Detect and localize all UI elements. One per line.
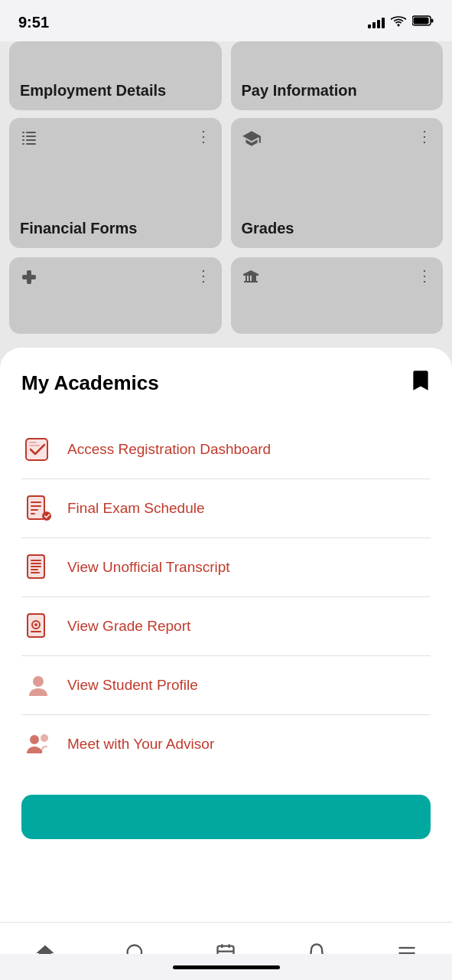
grade-doc-icon	[21, 609, 55, 643]
svg-rect-20	[31, 505, 41, 507]
svg-rect-1	[414, 18, 429, 24]
svg-rect-5	[22, 136, 24, 137]
svg-rect-8	[26, 139, 36, 141]
status-time: 9:51	[18, 14, 49, 31]
svg-point-38	[41, 734, 48, 742]
svg-rect-29	[31, 569, 38, 570]
svg-rect-4	[26, 132, 36, 133]
card-financial-forms-header: ⋮	[20, 129, 211, 152]
svg-point-23	[42, 511, 51, 521]
exam-doc-icon	[21, 492, 55, 525]
svg-rect-7	[22, 139, 24, 141]
menu-item-view-student-profile[interactable]: View Student Profile	[21, 656, 431, 715]
menu-item-final-exam-schedule[interactable]: Final Exam Schedule	[21, 479, 431, 538]
checkbox-check-icon	[21, 433, 55, 466]
status-icons	[368, 15, 434, 30]
card-pay-information[interactable]: Pay Information	[231, 41, 444, 110]
svg-rect-21	[31, 509, 38, 511]
top-cards-row: Employment Details Pay Information	[0, 41, 452, 110]
card-bottom-right-more-icon[interactable]: ⋮	[417, 268, 432, 283]
svg-rect-17	[28, 496, 44, 519]
svg-point-34	[34, 623, 37, 626]
svg-rect-16	[29, 445, 40, 446]
medical-icon	[20, 268, 38, 291]
card-grades-header: ⋮	[242, 129, 433, 153]
svg-rect-9	[22, 143, 24, 145]
svg-rect-3	[22, 132, 24, 133]
my-academics-sheet: My Academics Access Registration Dashboa…	[0, 348, 452, 922]
card-grades-title: Grades	[242, 204, 433, 237]
sheet-title: My Academics	[21, 371, 159, 395]
card-bottom-left-more-icon[interactable]: ⋮	[196, 268, 211, 283]
menu-item-final-exam-schedule-label: Final Exam Schedule	[67, 500, 205, 517]
menu-item-view-grade-report[interactable]: View Grade Report	[21, 597, 431, 656]
transcript-doc-icon	[21, 550, 55, 584]
menu-item-meet-with-your-advisor[interactable]: Meet with Your Advisor	[21, 715, 431, 773]
svg-rect-35	[31, 631, 41, 632]
signal-icon	[368, 16, 385, 28]
bottom-nav-spacer	[21, 839, 431, 922]
cards-grid: ⋮ Financial Forms ⋮ Grades ⋮	[0, 110, 452, 341]
bookmark-icon[interactable]	[411, 369, 431, 397]
svg-rect-15	[29, 442, 37, 443]
card-bottom-right-header: ⋮	[242, 268, 433, 291]
card-financial-forms-more-icon[interactable]: ⋮	[196, 129, 211, 144]
school-icon	[242, 268, 260, 291]
svg-rect-30	[31, 572, 40, 573]
card-grades[interactable]: ⋮ Grades	[231, 118, 444, 248]
svg-rect-13	[26, 439, 47, 460]
menu-item-access-registration-dashboard-label: Access Registration Dashboard	[67, 441, 271, 458]
card-bottom-left-header: ⋮	[20, 268, 211, 291]
svg-rect-2	[431, 19, 434, 23]
menu-item-view-student-profile-label: View Student Profile	[67, 677, 198, 694]
card-employment-details-title: Employment Details	[20, 82, 166, 100]
card-bottom-right[interactable]: ⋮	[231, 257, 444, 334]
menu-item-view-unofficial-transcript[interactable]: View Unofficial Transcript	[21, 538, 431, 597]
svg-rect-28	[31, 566, 41, 567]
academics-menu-list: Access Registration Dashboard Final Exam…	[21, 420, 431, 773]
svg-rect-27	[31, 563, 41, 564]
home-indicator-bar	[173, 965, 280, 969]
advisor-icon	[21, 727, 55, 761]
svg-rect-19	[31, 501, 41, 503]
card-bottom-left[interactable]: ⋮	[9, 257, 222, 334]
wifi-icon	[391, 15, 406, 30]
menu-item-view-unofficial-transcript-label: View Unofficial Transcript	[67, 559, 230, 576]
menu-item-view-grade-report-label: View Grade Report	[67, 618, 190, 635]
card-financial-forms-title: Financial Forms	[20, 204, 211, 237]
svg-rect-22	[31, 513, 35, 514]
svg-point-36	[33, 676, 44, 687]
battery-icon	[412, 15, 434, 30]
svg-rect-26	[31, 560, 41, 561]
teal-action-button[interactable]	[21, 795, 431, 839]
card-pay-information-title: Pay Information	[242, 82, 357, 100]
menu-item-meet-with-your-advisor-label: Meet with Your Advisor	[67, 736, 214, 753]
graduation-cap-icon	[242, 129, 262, 153]
svg-point-37	[30, 735, 39, 744]
card-employment-details[interactable]: Employment Details	[9, 41, 222, 110]
card-financial-forms[interactable]: ⋮ Financial Forms	[9, 118, 222, 248]
svg-rect-12	[22, 275, 36, 279]
student-profile-icon	[21, 668, 55, 702]
menu-item-access-registration-dashboard[interactable]: Access Registration Dashboard	[21, 420, 431, 479]
svg-rect-6	[26, 136, 36, 137]
card-grades-more-icon[interactable]: ⋮	[417, 129, 432, 144]
svg-rect-10	[26, 143, 36, 145]
sheet-header: My Academics	[21, 369, 431, 397]
home-indicator	[0, 954, 452, 980]
list-icon	[20, 129, 38, 152]
status-bar: 9:51	[0, 0, 452, 41]
